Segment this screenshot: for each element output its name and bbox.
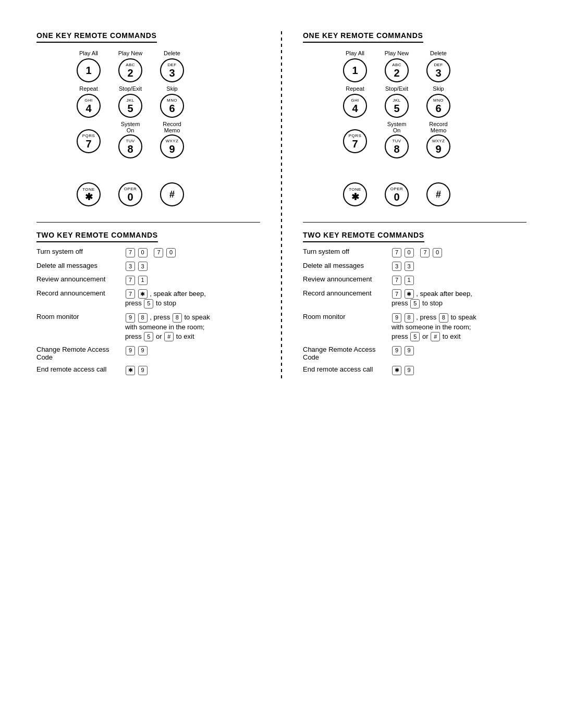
r-kb-9a: 9 xyxy=(392,313,401,323)
kb-7c: 7 xyxy=(126,276,135,285)
left-two-key-table: Turn system off 7 0 7 0 Delete all messa… xyxy=(36,248,260,375)
r-key-cell-skip: Skip MNO 6 xyxy=(418,85,459,118)
right-key-grid: Play All 1 Play New ABC 2 Delete DEF xyxy=(334,50,527,162)
key-button-4: GHI 4 xyxy=(77,94,101,118)
key-button-2: ABC 2 xyxy=(118,58,142,82)
key-label-delete: Delete xyxy=(164,50,180,57)
r-cmd-end-call: End remote access call xyxy=(303,365,391,373)
r-cmd-record-ann: Record announcement xyxy=(303,289,391,297)
key-label-skip: Skip xyxy=(166,85,177,93)
r-val-record-ann: 7 ✱ , speak after beep,press 5 to stop xyxy=(391,289,527,309)
r-kb-3a: 3 xyxy=(392,262,401,271)
r-val-change-code: 9 9 xyxy=(391,346,527,355)
page-layout: ONE KEY REMOTE COMMANDS Play All 1 Play … xyxy=(21,31,542,379)
key-cell-delete: Delete DEF 3 xyxy=(151,50,193,82)
key-label-stop-exit: Stop/Exit xyxy=(119,85,142,93)
right-two-key-table: Turn system off 7 0 7 0 Delete all messa… xyxy=(303,248,527,375)
left-one-key-title: ONE KEY REMOTE COMMANDS xyxy=(36,31,157,43)
key-cell-8: System On TUV 8 xyxy=(109,121,151,158)
cmd-turn-system-off: Turn system off xyxy=(36,248,125,255)
r-kb-9b: 9 xyxy=(392,346,401,355)
key-cell-star: TONE ✱ xyxy=(68,167,109,206)
r-key-button-2: ABC 2 xyxy=(385,58,409,82)
right-one-key-title: ONE KEY REMOTE COMMANDS xyxy=(303,31,423,43)
key-button-star: TONE ✱ xyxy=(77,182,101,206)
r-sub-abc: ABC xyxy=(392,63,401,67)
r-key-label-record-memo: Record Memo xyxy=(429,121,447,133)
r-val-turn-system-off: 7 0 7 0 xyxy=(391,248,527,257)
kb-9c: 9 xyxy=(138,346,148,355)
r-key-cell-play-new: Play New ABC 2 xyxy=(376,50,418,82)
r-key-cell-play-all: Play All 1 xyxy=(334,50,376,82)
r-kb-5a: 5 xyxy=(410,299,420,309)
r-sub-tuv: TUV xyxy=(392,139,401,143)
digit-6: 6 xyxy=(169,103,175,114)
r-digit-9: 9 xyxy=(435,144,441,154)
r-val-end-call: ✱ 9 xyxy=(391,365,527,375)
r-key-cell-star: TONE ✱ xyxy=(334,167,376,206)
r-val-delete-all: 3 3 xyxy=(391,262,527,272)
left-bottom-row: TONE ✱ OPER 0 # xyxy=(68,167,260,206)
kb-3a: 3 xyxy=(126,262,135,271)
kb-8b: 8 xyxy=(173,313,182,323)
r-key-button-hash: # xyxy=(426,182,450,206)
two-key-row-end-call: End remote access call ✱ 9 xyxy=(36,365,260,375)
two-key-row-review: Review announcement 7 1 xyxy=(36,275,260,285)
r-key-button-0: OPER 0 xyxy=(385,182,409,206)
r-key-label-system-on: System On xyxy=(387,121,407,133)
r-two-key-row-review: Review announcement 7 1 xyxy=(303,275,527,285)
key-cell-hash: # xyxy=(151,167,193,206)
digit-3: 3 xyxy=(169,68,175,78)
r-cmd-change-code: Change Remote Access Code xyxy=(303,346,391,361)
r-key-button-star: TONE ✱ xyxy=(343,182,367,206)
left-key-grid-row1: Play All 1 Play New ABC 2 Delete DEF xyxy=(68,50,260,162)
key-cell-stop-exit: Stop/Exit JKL 5 xyxy=(109,85,151,118)
r-sub-oper: OPER xyxy=(390,187,403,191)
r-sub-tone: TONE xyxy=(349,188,361,192)
r-key-label-stop-exit: Stop/Exit xyxy=(385,85,408,93)
r-key-cell-0: OPER 0 xyxy=(376,167,418,206)
key-label-record-memo: Record Memo xyxy=(163,121,181,133)
r-kb-5b: 5 xyxy=(410,332,420,341)
sub-jkl: JKL xyxy=(127,98,134,103)
r-key-button-7: PQRS 7 xyxy=(343,129,367,153)
r-two-key-row-end-call: End remote access call ✱ 9 xyxy=(303,365,527,375)
digit-star: ✱ xyxy=(85,192,93,202)
sub-tuv: TUV xyxy=(126,139,134,143)
cmd-room-monitor: Room monitor xyxy=(36,313,125,320)
kb-1a: 1 xyxy=(138,276,148,285)
r-key-button-4: GHI 4 xyxy=(343,94,367,118)
r-two-key-row-delete-all: Delete all messages 3 3 xyxy=(303,262,527,272)
r-key-cell-stop-exit: Stop/Exit JKL 5 xyxy=(376,85,418,118)
r-sub-def: DEF xyxy=(434,63,443,67)
kb-5a: 5 xyxy=(144,299,153,309)
val-end-call: ✱ 9 xyxy=(125,365,260,375)
key-label-play-all: Play All xyxy=(79,50,98,57)
sub-def: DEF xyxy=(167,63,176,67)
key-button-8: TUV 8 xyxy=(118,134,142,158)
r-digit-3: 3 xyxy=(435,68,441,78)
key-button-6: MNO 6 xyxy=(160,94,184,118)
right-one-key-section: ONE KEY REMOTE COMMANDS Play All 1 Play … xyxy=(303,31,527,206)
key-label-system-on: System On xyxy=(121,121,140,133)
kb-0b: 0 xyxy=(166,248,176,257)
sub-ghi: GHI xyxy=(84,98,92,103)
r-digit-4: 4 xyxy=(352,103,358,114)
left-separator xyxy=(36,222,260,223)
r-kb-8a: 8 xyxy=(405,313,414,323)
key-cell-0: OPER 0 xyxy=(109,167,151,206)
key-button-9: WXYZ 9 xyxy=(160,134,184,158)
two-key-row-delete-all: Delete all messages 3 3 xyxy=(36,262,260,272)
r-key-label-delete: Delete xyxy=(430,50,447,57)
kb-star-b: ✱ xyxy=(126,366,135,375)
key-button-0: OPER 0 xyxy=(118,182,142,206)
key-button-3: DEF 3 xyxy=(160,58,184,82)
r-two-key-row-turn-off: Turn system off 7 0 7 0 xyxy=(303,248,527,257)
r-key-button-9: WXYZ 9 xyxy=(426,134,450,158)
r-key-label-repeat: Repeat xyxy=(346,85,364,93)
r-kb-hash-a: # xyxy=(431,332,440,341)
sub-pqrs: PQRS xyxy=(82,134,95,138)
r-two-key-row-record-ann: Record announcement 7 ✱ , speak after be… xyxy=(303,289,527,309)
r-digit-1: 1 xyxy=(352,65,358,76)
r-digit-hash: # xyxy=(436,190,441,199)
